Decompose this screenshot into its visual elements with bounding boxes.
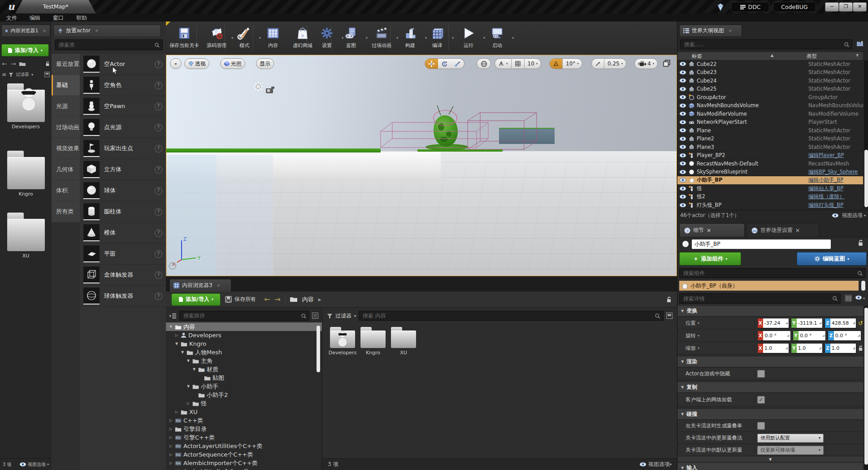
help-icon[interactable]: ? [155,61,162,68]
folder-xu[interactable]: XU [4,210,48,259]
help-icon[interactable]: ? [155,103,162,110]
property-label[interactable]: 缩放▾ [677,345,755,352]
actor-name-field[interactable]: 小助手_BP [692,239,831,249]
checkbox-unchecked[interactable] [757,370,765,378]
tree-item[interactable]: ▷引擎目录 [166,425,322,433]
section-header[interactable]: ▼复制 [677,382,863,393]
outliner-row[interactable]: Plane3StaticMeshActor [677,143,863,152]
property-label[interactable]: 关卡流送中的更新重叠法 [677,435,755,441]
edit-blueprint-button[interactable]: 编辑蓝图 ▾ [797,252,867,265]
asset-folder-developers[interactable]: Developers [328,326,357,356]
close-tab-icon[interactable]: ✕ [795,227,800,234]
forward-icon[interactable]: → [274,295,280,304]
axis-field-x[interactable]: X0.0 °◢ [757,331,791,341]
scale-snap-toggle[interactable] [592,59,604,69]
view-options-button[interactable]: 视图选项 [648,461,670,468]
outliner-row[interactable]: +NavModifierVolumeNavModifierVolume [677,110,863,118]
search-components-field[interactable] [682,270,857,277]
outliner-row[interactable]: PlaneStaticMeshActor [677,126,863,135]
outliner-row[interactable]: Cube24StaticMeshActor [677,77,863,85]
details-scroll-thumb[interactable] [864,308,868,465]
outliner-search-input[interactable] [680,39,852,49]
outliner-row[interactable]: SkySphereBlueprint编辑BP_Sky_Sphere [677,168,863,177]
property-label[interactable]: 位置▾ [677,320,755,326]
section-header[interactable]: ▼渲染 [677,357,863,367]
search-content-field[interactable] [362,312,655,319]
outliner-row[interactable]: Cube23StaticMeshActor [677,69,863,77]
visibility-eye-icon[interactable] [679,186,686,191]
expanded-arrow-icon[interactable]: ▼ [192,367,196,371]
visibility-eye-icon[interactable] [679,95,686,100]
tree-item[interactable]: ▼小助手 [166,382,322,391]
dropdown-overlap-method[interactable]: 使用默认配置▾ [757,434,824,443]
viewport[interactable]: Z Y X ▾ 透视 光照 显示 [166,55,677,276]
tree-item[interactable]: ▷Developers [166,331,322,339]
tab-details[interactable]: i 细节 ✕ [679,223,745,237]
section-header[interactable]: ▼输入 [677,463,863,470]
outliner-row[interactable]: +NavMeshBoundsVolumeNavMeshBoundsVolume [677,102,863,110]
help-icon[interactable]: ? [155,145,162,152]
toolbar-button-compile[interactable]: ▾编译 [420,24,455,52]
category-5[interactable]: 几何体 [52,159,80,180]
outliner-row[interactable]: 灯头怪_BP编辑灯头怪_BP [677,201,863,210]
property-label[interactable]: 关卡流送中的默认更新重 [677,447,755,453]
add-import-button[interactable]: 添加/导入 ▾ [171,293,221,306]
tree-item[interactable]: ▷C+AndroidMedia个C++类 [166,467,322,470]
actor-type-link[interactable]: 编辑仙人掌_BP [808,185,863,192]
visibility-eye-icon[interactable] [679,203,686,208]
tree-item[interactable]: ▼材质 [166,365,322,374]
visibility-eye-icon[interactable] [679,178,686,183]
column-type[interactable]: 类型 [807,53,817,60]
expanded-arrow-icon[interactable]: ▼ [174,342,179,346]
outliner-row[interactable]: RecastNavMesh-DefaultRecastNavMesh [677,160,863,168]
axis-field-z[interactable]: Z0.0 °◢ [828,331,861,341]
section-header[interactable]: ▼碰撞 [677,409,863,420]
actor-type-link[interactable]: 编辑小助手_BP [808,177,863,183]
help-icon[interactable]: ? [155,271,162,279]
help-icon[interactable]: ? [155,166,162,174]
actor-type-link[interactable]: 编辑Player_BP [808,152,863,159]
details-grid-icon[interactable] [844,294,852,302]
actor-type-link[interactable]: 编辑灯头怪_BP [808,202,863,209]
ddc-button[interactable]: DDC [731,2,769,12]
search-class-input[interactable] [55,39,163,50]
reset-to-default-icon[interactable]: ↺ [858,320,863,326]
lock-icon[interactable] [45,61,50,66]
visibility-eye-icon[interactable] [679,136,686,141]
menu-item-0[interactable]: 文件 [0,13,23,22]
codebug-button[interactable]: CodeBUG [773,2,816,12]
place-item-0[interactable]: 空Actor? [80,54,166,75]
add-component-button[interactable]: ＋ 添加组件 ▾ [679,252,741,265]
tree-item[interactable]: ▼内容 [166,322,322,331]
tab-place-actor[interactable]: 放置actor ✕ [53,25,161,36]
filter-label[interactable]: 过滤器 [335,312,352,320]
tree-item[interactable]: ▷C+C++类 [166,416,322,425]
collapsed-arrow-icon[interactable]: ▷ [169,444,173,448]
visibility-eye-icon[interactable] [679,78,686,83]
filter-funnel-icon[interactable] [327,313,333,319]
actor-type-link[interactable]: 编辑怪（废除） [808,193,863,200]
visibility-eye-icon[interactable] [679,61,686,66]
save-all-button[interactable]: 保存所有 [225,296,256,303]
component-scroll-thumb[interactable] [861,281,865,291]
view-options-button[interactable]: 视图选项 [842,212,863,219]
visibility-eye-icon[interactable] [679,70,686,75]
toolbar-button-blueprints[interactable]: ▾蓝图 [334,24,369,52]
collapsed-arrow-icon[interactable]: ▷ [174,410,179,414]
tab-content-browser-1[interactable]: 内容浏览器1 ✕ [1,25,50,36]
forward-icon[interactable]: → [11,60,16,67]
grid-snap-value[interactable]: 10▾ [525,59,541,69]
map-title-tab[interactable]: TestMap* [15,0,96,13]
angle-snap-value[interactable]: 10°▾ [563,59,582,69]
expand-more-bar[interactable]: ▼ [677,457,863,462]
place-item-2[interactable]: 空Pawn? [80,96,166,117]
search-class-field[interactable] [58,41,154,48]
visibility-eye-icon[interactable] [679,170,686,174]
add-import-button[interactable]: 添加/导入 ▾ [1,44,49,57]
maximize-viewport-button[interactable] [663,60,670,67]
search-components-input[interactable] [679,268,866,278]
grid-snap-toggle[interactable] [512,59,524,69]
collapsed-arrow-icon[interactable]: ▷ [169,427,173,431]
visibility-eye-icon[interactable] [679,194,686,199]
collapsed-arrow-icon[interactable]: ▷ [174,333,179,337]
